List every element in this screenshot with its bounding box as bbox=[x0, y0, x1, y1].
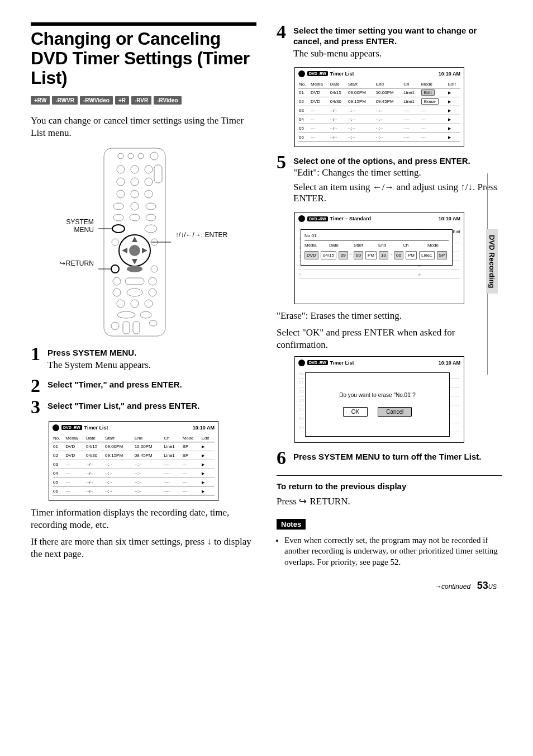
step-number: 2 bbox=[31, 376, 47, 395]
page-number: 53 bbox=[477, 580, 488, 591]
field-end-ap[interactable]: PM bbox=[406, 251, 417, 259]
field-mode[interactable]: SP bbox=[437, 251, 448, 259]
divider bbox=[277, 475, 502, 476]
dvd-rw-badge: DVD -RW bbox=[61, 425, 82, 430]
step-subtext: The System Menu appears. bbox=[47, 360, 256, 371]
action-edit[interactable]: Edit bbox=[421, 89, 435, 96]
field-media[interactable]: DVD bbox=[304, 251, 318, 259]
osd-clock: 10:10 AM bbox=[439, 71, 460, 77]
step-number: 6 bbox=[277, 448, 293, 467]
osd-clock: 10:10 AM bbox=[439, 216, 460, 221]
remote-diagram: SYSTEM MENU RETURN bbox=[31, 147, 256, 339]
step-2: 2 Select "Timer," and press ENTER. bbox=[31, 376, 256, 395]
step3-info-1: Timer information displays the recording… bbox=[31, 507, 256, 531]
table-row: 01DVD04/1509:00PM10:00PMLine1SP bbox=[53, 442, 215, 451]
col-media: Media bbox=[65, 434, 85, 442]
field-date[interactable]: 04/15 bbox=[321, 251, 336, 259]
action-erase[interactable]: Erase bbox=[421, 98, 439, 105]
step-1: 1 Press SYSTEM MENU. The System Menu app… bbox=[31, 344, 256, 374]
left-column: Changing or Canceling DVD Timer Settings… bbox=[31, 22, 256, 570]
label-system-menu: SYSTEM MENU bbox=[66, 218, 93, 234]
field-end-m[interactable]: 00 bbox=[394, 251, 403, 259]
col-end: End bbox=[134, 434, 164, 442]
osd-title: Timer – Standard bbox=[330, 216, 371, 221]
col-edit: Edit bbox=[201, 434, 215, 442]
step-number: 4 bbox=[277, 22, 293, 41]
table-row: 06-----/----:----:--------- bbox=[53, 486, 215, 495]
return-body: Press RETURN. bbox=[277, 495, 502, 508]
disc-icon bbox=[298, 215, 305, 222]
dvd-rw-badge: DVD -RW bbox=[307, 71, 328, 76]
step-heading: Select "Timer," and press ENTER. bbox=[47, 380, 256, 390]
field-start-h[interactable]: 09 bbox=[339, 251, 348, 259]
osd-timer-edit: DVD -RW Timer – Standard 10:10 AM Edit N… bbox=[294, 212, 464, 304]
osd-clock: 10:10 AM bbox=[439, 360, 460, 366]
field-end-h[interactable]: 10 bbox=[379, 251, 388, 259]
svg-point-35 bbox=[127, 266, 142, 272]
dvd-rw-badge: DVD -RW bbox=[307, 216, 328, 221]
step-heading: Select the timer setting you want to cha… bbox=[293, 26, 502, 47]
col-ch: Ch bbox=[163, 434, 182, 442]
step-number: 1 bbox=[31, 344, 47, 363]
step-heading: Select one of the options, and press ENT… bbox=[293, 156, 502, 167]
table-row: 04-----/----:----:--------- bbox=[298, 115, 460, 124]
ok-button[interactable]: OK bbox=[343, 407, 368, 417]
table-row: 01DVD04/1509:00PM10:00PMLine1Edit bbox=[298, 88, 460, 97]
note-item: Even when correctly set, the program may… bbox=[284, 535, 502, 568]
erase-dialog: Do you want to erase "No.01"? OK Cancel bbox=[305, 372, 450, 437]
step-heading: Select "Timer List," and press ENTER. bbox=[47, 401, 256, 412]
field-start-m[interactable]: 00 bbox=[354, 251, 363, 259]
badge-minus-r-vr: -RVR bbox=[131, 96, 151, 105]
col-no: No. bbox=[53, 434, 65, 442]
table-row: 02DVD04/3009:15PM09:45PMLine1SP bbox=[53, 451, 215, 460]
timer-table: No.MediaDateStartEndChModeEdit 01DVD04/1… bbox=[298, 81, 460, 142]
table-row: 05-----/----:----:--------- bbox=[298, 124, 460, 133]
label-return: RETURN bbox=[60, 259, 94, 267]
cancel-button[interactable]: Cancel bbox=[378, 407, 412, 417]
badge-plus-rw: +RW bbox=[31, 96, 50, 105]
section-tab: DVD Recording bbox=[486, 229, 498, 294]
step-subtext: The sub-menu appears. bbox=[293, 48, 502, 59]
svg-point-25 bbox=[129, 245, 140, 256]
table-row: 05-----/----:----:--------- bbox=[53, 478, 215, 486]
page-region: US bbox=[488, 583, 497, 590]
step3-info-2: If there are more than six timer setting… bbox=[31, 536, 256, 560]
osd-timer-list: DVD -RW Timer List 10:10 AM No. Media Da… bbox=[49, 421, 218, 501]
return-icon bbox=[299, 496, 307, 507]
edit-card: No.01 Media Date Start End Ch Mode DVD 0… bbox=[301, 229, 453, 266]
step-heading: Press SYSTEM MENU to turn off the Timer … bbox=[293, 452, 502, 462]
field-ch[interactable]: Line1 bbox=[419, 251, 435, 259]
table-row: 03-----/----:----:--------- bbox=[53, 460, 215, 469]
badge-minus-rw-video: -RWVideo bbox=[80, 96, 113, 105]
step-3: 3 Select "Timer List," and press ENTER. bbox=[31, 398, 256, 417]
erase-desc-1: "Erase": Erases the timer setting. bbox=[277, 310, 502, 322]
field-start-ap[interactable]: PM bbox=[365, 251, 377, 259]
page-title: Changing or Canceling DVD Timer Settings… bbox=[31, 29, 256, 88]
step-4: 4 Select the timer setting you want to c… bbox=[277, 22, 502, 63]
timer-table: No. Media Date Start End Ch Mode Edit 01… bbox=[53, 434, 215, 496]
step-5: 5 Select one of the options, and press E… bbox=[277, 153, 502, 208]
osd-clock: 10:10 AM bbox=[193, 425, 215, 431]
badge-minus-rw-vr: -RWVR bbox=[52, 96, 78, 105]
disc-badges: +RW -RWVR -RWVideo +R -RVR -RVideo bbox=[31, 96, 256, 105]
step-6: 6 Press SYSTEM MENU to turn off the Time… bbox=[277, 448, 502, 467]
edit-desc-1: "Edit": Changes the timer setting. bbox=[293, 167, 502, 178]
col-mode: Mode bbox=[182, 434, 201, 442]
disc-icon bbox=[298, 70, 305, 77]
table-row: 06-----/----:----:--------- bbox=[298, 133, 460, 141]
return-heading: To return to the previous display bbox=[277, 481, 502, 491]
page-footer: continued 53US bbox=[31, 580, 502, 592]
notes-list: Even when correctly set, the program may… bbox=[277, 535, 502, 568]
step-number: 5 bbox=[277, 153, 293, 172]
osd-title: Timer List bbox=[330, 71, 354, 77]
table-row: 03-----/----:----:--------- bbox=[298, 106, 460, 115]
notes-label: Notes bbox=[277, 519, 306, 530]
continued-label: continued bbox=[441, 583, 470, 590]
col-date: Date bbox=[85, 434, 104, 442]
title-rule bbox=[31, 22, 256, 26]
disc-icon bbox=[298, 360, 305, 366]
badge-plus-r: +R bbox=[115, 96, 129, 105]
left-steps: 1 Press SYSTEM MENU. The System Menu app… bbox=[31, 344, 256, 417]
label-dpad-enter: ↑/↓/←/→, ENTER bbox=[175, 231, 227, 239]
osd-timer-list-selected: DVD -RW Timer List 10:10 AM No.MediaDate… bbox=[294, 67, 464, 147]
